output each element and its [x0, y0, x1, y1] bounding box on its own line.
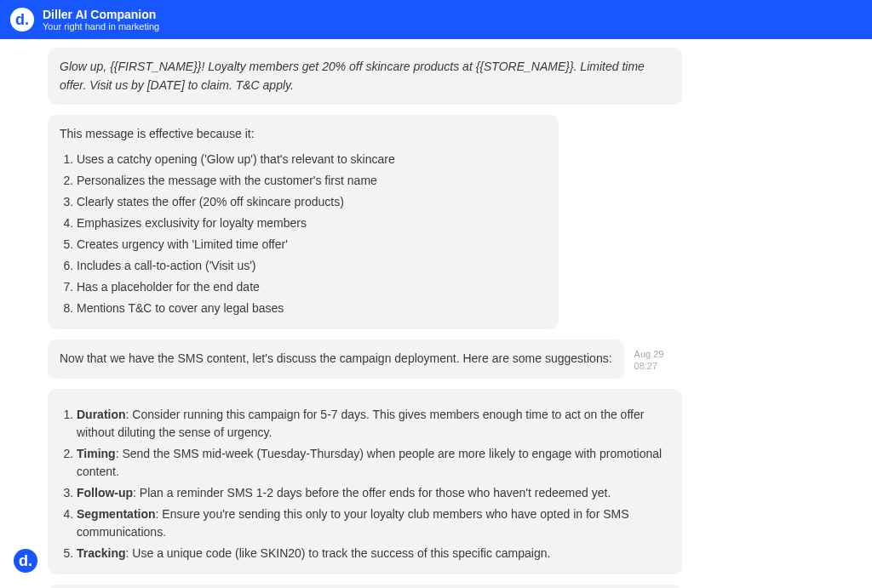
suggestion-label: Timing	[77, 447, 116, 460]
suggestions-bubble: Duration: Consider running this campaign…	[48, 389, 682, 574]
list-item: Timing: Send the SMS mid-week (Tuesday-T…	[77, 443, 670, 482]
list-item: Tracking: Use a unique code (like SKIN20…	[77, 543, 670, 564]
followup-bubble: Would you like to proceed with this plan…	[48, 585, 682, 588]
chat-content: Glow up, {{FIRST_NAME}}! Loyalty members…	[0, 39, 872, 588]
message-timestamp: Aug 29 08:27	[634, 340, 664, 373]
app-title: Diller AI Companion	[43, 8, 159, 21]
app-header: d. Diller AI Companion Your right hand i…	[0, 0, 872, 39]
list-item: Emphasizes exclusivity for loyalty membe…	[77, 213, 547, 234]
suggestion-text: : Use a unique code (like SKIN20) to tra…	[126, 546, 551, 560]
suggestion-text: : Send the SMS mid-week (Tuesday-Thursda…	[77, 447, 662, 478]
list-item: Follow-up: Plan a reminder SMS 1-2 days …	[77, 482, 670, 504]
list-item: Segmentation: Ensure you're sending this…	[77, 504, 670, 543]
list-item: Mentions T&C to cover any legal bases	[77, 298, 547, 319]
suggestions-list: Duration: Consider running this campaign…	[60, 404, 670, 564]
sms-preview-bubble: Glow up, {{FIRST_NAME}}! Loyalty members…	[48, 48, 682, 105]
effectiveness-intro: This message is effective because it:	[60, 125, 547, 144]
list-item: Includes a call-to-action ('Visit us')	[77, 255, 547, 277]
suggestion-label: Follow-up	[77, 486, 133, 500]
list-item: Has a placeholder for the end date	[77, 277, 547, 298]
header-text: Diller AI Companion Your right hand in m…	[43, 8, 159, 31]
brand-logo-icon: d.	[10, 8, 34, 31]
suggestion-label: Tracking	[77, 546, 126, 560]
timestamp-time: 08:27	[634, 360, 664, 372]
app-subtitle: Your right hand in marketing	[43, 21, 159, 31]
effectiveness-bubble: This message is effective because it: Us…	[48, 115, 559, 329]
deployment-intro-row: Now that we have the SMS content, let's …	[48, 340, 835, 379]
list-item: Creates urgency with 'Limited time offer…	[77, 234, 547, 255]
list-item: Personalizes the message with the custom…	[77, 170, 547, 191]
list-item: Duration: Consider running this campaign…	[77, 404, 670, 443]
suggestion-text: : Plan a reminder SMS 1-2 days before th…	[133, 486, 611, 500]
list-item: Clearly states the offer (20% off skinca…	[77, 191, 547, 213]
suggestion-text: : Consider running this campaign for 5-7…	[77, 408, 644, 439]
suggestion-text: : Ensure you're sending this only to you…	[77, 507, 629, 539]
assistant-avatar-icon: d.	[14, 549, 37, 573]
timestamp-date: Aug 29	[634, 348, 664, 360]
effectiveness-list: Uses a catchy opening ('Glow up') that's…	[60, 149, 547, 319]
suggestion-label: Duration	[77, 408, 126, 421]
list-item: Uses a catchy opening ('Glow up') that's…	[77, 149, 547, 170]
deployment-intro-bubble: Now that we have the SMS content, let's …	[48, 340, 624, 379]
suggestion-label: Segmentation	[77, 507, 156, 521]
